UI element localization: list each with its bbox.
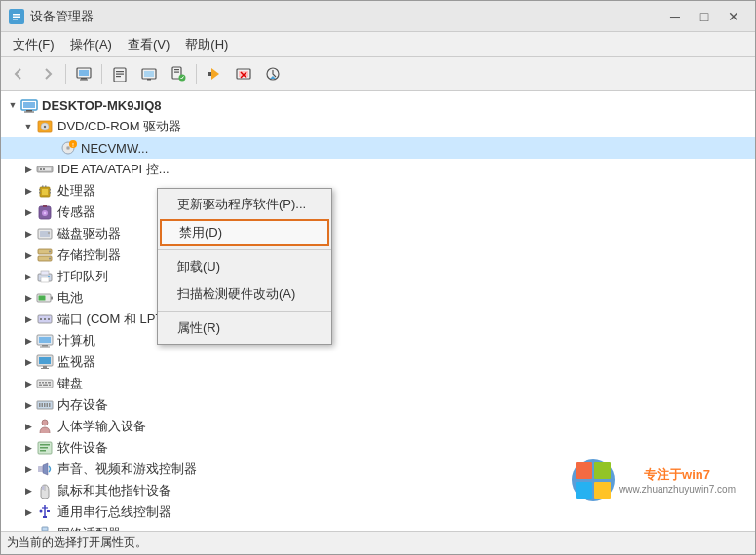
view-btn-1[interactable] <box>135 61 163 87</box>
svg-rect-98 <box>40 447 48 449</box>
close-button[interactable]: ✕ <box>720 6 747 27</box>
ctx-properties[interactable]: 属性(R) <box>158 314 331 342</box>
window-controls: ─ □ ✕ <box>662 6 747 27</box>
disk-group[interactable]: ▶ 磁盘驱动器 <box>1 223 755 244</box>
svg-rect-82 <box>39 382 41 384</box>
svg-rect-7 <box>80 79 88 80</box>
computer-group[interactable]: ▶ 计算机 <box>1 330 755 352</box>
menu-action[interactable]: 操作(A) <box>62 33 120 56</box>
svg-rect-20 <box>208 72 211 76</box>
port-expand-icon: ▶ <box>20 312 36 327</box>
svg-rect-2 <box>13 16 20 18</box>
sensor-expand-icon: ▶ <box>20 204 36 220</box>
scan-button[interactable] <box>259 61 286 87</box>
print-expand-icon: ▶ <box>20 269 36 284</box>
computer2-icon <box>36 332 54 350</box>
action-button[interactable] <box>201 61 228 87</box>
software-group[interactable]: ▶ 软件设备 <box>1 437 755 459</box>
dvd-rom-group[interactable]: ▼ DVD/CD-ROM 驱动器 <box>1 116 755 137</box>
svg-point-60 <box>49 251 51 253</box>
sensor-label: 传感器 <box>57 204 95 221</box>
print-label: 打印队列 <box>57 268 108 285</box>
mouse-label: 鼠标和其他指针设备 <box>57 482 171 500</box>
toolbar-sep-1 <box>65 64 66 84</box>
port-label: 端口 (COM 和 LPT) <box>57 311 168 328</box>
win-logo <box>572 459 615 501</box>
necvmw-icon: ! <box>59 139 77 157</box>
ctx-scan[interactable]: 扫描检测硬件改动(A) <box>158 280 331 308</box>
keyboard-label: 键盘 <box>57 375 83 392</box>
ctx-uninstall[interactable]: 卸载(U) <box>158 253 331 280</box>
memory-group[interactable]: ▶ 内存设备 <box>1 394 755 416</box>
menu-view[interactable]: 查看(V) <box>120 33 177 56</box>
sensor-icon <box>36 204 54 221</box>
svg-rect-16 <box>174 69 179 70</box>
sensor-group[interactable]: ▶ 传感器 <box>1 202 755 223</box>
print-group[interactable]: ▶ 打印队列 <box>1 266 755 287</box>
svg-rect-90 <box>39 403 41 407</box>
storage-group[interactable]: ▶ 存储控制器 <box>1 244 755 266</box>
menu-help[interactable]: 帮助(H) <box>177 33 236 56</box>
tree-root[interactable]: ▼ DESKTOP-MK9JIQ8 <box>1 94 755 116</box>
cpu-group[interactable]: ▶ 处理器 <box>1 180 755 202</box>
svg-rect-50 <box>45 186 47 188</box>
software-icon <box>36 439 54 457</box>
monitor-group[interactable]: ▶ 监视器 <box>1 352 755 373</box>
window-icon <box>9 9 24 24</box>
memory-expand-icon: ▶ <box>20 397 36 413</box>
device-manager-window: 设备管理器 ─ □ ✕ 文件(F) 操作(A) 查看(V) 帮助(H) <box>0 0 756 555</box>
svg-rect-86 <box>39 385 42 387</box>
svg-rect-1 <box>13 14 20 16</box>
window-title: 设备管理器 <box>30 8 662 25</box>
svg-rect-87 <box>43 385 48 387</box>
svg-rect-54 <box>43 205 47 207</box>
svg-rect-104 <box>47 510 50 512</box>
battery-expand-icon: ▶ <box>20 290 36 306</box>
view-btn-2[interactable] <box>165 61 192 87</box>
status-text: 为当前的选择打开属性页。 <box>7 535 147 551</box>
svg-point-70 <box>40 318 42 320</box>
ctx-disable[interactable]: 禁用(D) <box>160 219 329 246</box>
back-button[interactable] <box>5 61 32 87</box>
network-group[interactable]: ▶ 网络适配器 <box>1 523 755 531</box>
watermark: 专注于win7 www.zhuanzhuyuwin7.com <box>572 459 736 501</box>
necvmw-device[interactable]: ! NECVMW... <box>1 137 755 159</box>
battery-group[interactable]: ▶ 电池 <box>1 287 755 309</box>
svg-rect-10 <box>116 73 124 74</box>
toolbar <box>1 57 755 91</box>
svg-rect-29 <box>24 112 34 113</box>
battery-label: 电池 <box>57 289 83 307</box>
menu-file[interactable]: 文件(F) <box>5 33 62 56</box>
computer-label: 计算机 <box>57 332 95 350</box>
necvmw-label: NECVMW... <box>81 141 148 156</box>
keyboard-group[interactable]: ▶ 键盘 <box>1 373 755 394</box>
forward-button[interactable] <box>34 61 61 87</box>
props-button[interactable] <box>106 61 133 87</box>
monitor-label: 监视器 <box>57 353 95 371</box>
svg-rect-81 <box>37 380 53 388</box>
port-group[interactable]: ▶ 端口 (COM 和 LPT) <box>1 309 755 330</box>
svg-point-95 <box>42 420 48 426</box>
monitor-expand-icon: ▶ <box>20 354 36 370</box>
ide-group[interactable]: ▶ IDE ATA/ATAPI 控... <box>1 159 755 180</box>
svg-rect-75 <box>42 345 48 347</box>
remove-button[interactable] <box>230 61 257 87</box>
svg-point-57 <box>48 232 50 234</box>
hid-label: 人体学输入设备 <box>57 418 146 435</box>
svg-rect-3 <box>13 18 18 20</box>
svg-rect-85 <box>48 382 51 384</box>
monitor-icon <box>36 353 54 371</box>
cpu-expand-icon: ▶ <box>20 183 36 199</box>
network-expand-icon: ▶ <box>20 526 36 531</box>
computer-icon-btn[interactable] <box>70 61 97 87</box>
svg-point-61 <box>49 258 51 260</box>
toolbar-sep-3 <box>196 64 197 84</box>
svg-rect-74 <box>39 337 51 343</box>
minimize-button[interactable]: ─ <box>662 6 689 27</box>
maximize-button[interactable]: □ <box>691 6 718 27</box>
necvmw-expand-icon <box>44 140 59 156</box>
usb-group[interactable]: ▶ 通用串行总线控制器 <box>1 501 755 523</box>
watermark-title: 专注于win7 <box>619 466 736 484</box>
ctx-update-driver[interactable]: 更新驱动程序软件(P)... <box>158 191 331 218</box>
hid-group[interactable]: ▶ 人体学输入设备 <box>1 416 755 437</box>
